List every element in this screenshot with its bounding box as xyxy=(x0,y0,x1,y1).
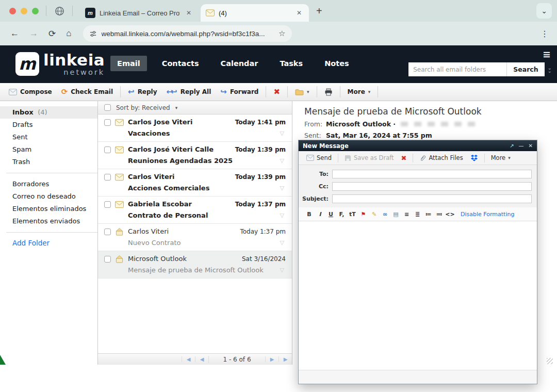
tab-close-icon[interactable]: ✕ xyxy=(184,8,193,18)
sidebar-item-inbox[interactable]: Inbox (4) xyxy=(0,106,97,119)
compose-titlebar[interactable]: New Message ↗ — ✕ xyxy=(299,140,537,151)
discard-button[interactable]: ✖ xyxy=(398,154,411,162)
flag-icon[interactable]: ▽ xyxy=(280,239,284,246)
list-item[interactable]: Carlos José Viteri CalleToday 1:39 pmReu… xyxy=(98,142,292,169)
dropbox-button[interactable] xyxy=(467,154,482,161)
sidebar-item-sent[interactable]: Sent xyxy=(0,131,97,143)
attach-files-button[interactable]: Attach Files xyxy=(416,154,466,161)
back-button[interactable]: ← xyxy=(10,28,19,39)
list-item[interactable]: Carlos ViteriToday 1:37 pmNuevo Contrato… xyxy=(98,224,292,251)
globe-icon[interactable] xyxy=(54,5,65,17)
new-tab-button[interactable]: + xyxy=(316,5,322,17)
site-settings-icon[interactable] xyxy=(89,30,97,38)
list-item[interactable]: Carlos Jose ViteriToday 1:41 pmVacacione… xyxy=(98,115,292,142)
row-checkbox[interactable] xyxy=(104,119,111,126)
flag-icon[interactable]: ▽ xyxy=(280,267,284,273)
delete-button[interactable]: ✖ xyxy=(269,87,285,96)
forward-button[interactable]: ↪ Forward xyxy=(216,88,263,96)
browser-tab-inbox[interactable]: (4) ✕ xyxy=(201,4,309,22)
check-email-button[interactable]: ⟳ Check Email xyxy=(57,87,118,96)
minimize-window-button[interactable] xyxy=(21,8,27,14)
font-family-icon[interactable]: F, xyxy=(336,211,347,218)
bookmark-star-icon[interactable]: ☆ xyxy=(278,29,285,38)
close-icon[interactable]: ✕ xyxy=(529,143,533,149)
sidebar-item-correo-no-deseado[interactable]: Correo no deseado xyxy=(0,190,97,203)
home-button[interactable]: ⌂ xyxy=(66,28,71,39)
sidebar-item-trash[interactable]: Trash xyxy=(0,156,97,168)
list-item[interactable]: Microsoft OutlookSat 3/16/2024Mensaje de… xyxy=(98,251,292,279)
search-input[interactable] xyxy=(408,62,506,76)
tab-notes[interactable]: Notes xyxy=(318,56,356,71)
compose-button[interactable]: Compose xyxy=(4,88,57,95)
browser-tab-linkeia[interactable]: m Linkeia Email – Correo Profes ✕ xyxy=(80,4,199,22)
link-icon[interactable]: ∞ xyxy=(380,211,390,218)
search-button[interactable]: Search xyxy=(506,62,544,76)
flag-icon[interactable]: ▽ xyxy=(280,157,284,164)
indent-icon[interactable]: ≣ xyxy=(412,211,423,218)
next-page-button[interactable]: ▶ xyxy=(265,356,278,362)
save-draft-button[interactable]: Save as Draft xyxy=(341,154,398,161)
sidebar-item-elementos-eliminados[interactable]: Elementos eliminados xyxy=(0,203,97,215)
flag-icon[interactable]: ▽ xyxy=(280,130,284,137)
to-field[interactable] xyxy=(332,170,532,178)
bold-icon[interactable]: B xyxy=(304,211,315,218)
row-checkbox[interactable] xyxy=(104,174,111,181)
first-page-button[interactable]: ◀ xyxy=(182,356,195,362)
sidebar-item-spam[interactable]: Spam xyxy=(0,143,97,156)
disable-formatting-link[interactable]: Disable Formatting xyxy=(461,211,514,218)
browser-menu-icon[interactable]: ⋮ xyxy=(540,29,549,39)
sort-label[interactable]: Sort by: Received xyxy=(116,104,170,111)
subject-field[interactable] xyxy=(332,194,532,203)
list-item[interactable]: Gabriela EscobarToday 1:37 pmContrato de… xyxy=(98,197,292,224)
reply-button[interactable]: ↩ Reply xyxy=(123,88,161,96)
row-checkbox[interactable] xyxy=(104,201,111,208)
row-checkbox[interactable] xyxy=(104,228,111,235)
sidebar-item-drafts[interactable]: Drafts xyxy=(0,119,97,131)
app-menu-icon[interactable]: ≡ xyxy=(543,48,551,60)
compose-more-button[interactable]: More ▾ xyxy=(487,154,514,161)
image-icon[interactable]: ▤ xyxy=(390,211,401,218)
add-folder-link[interactable]: Add Folder xyxy=(0,239,97,247)
forward-button[interactable]: → xyxy=(29,28,38,39)
tab-tasks[interactable]: Tasks xyxy=(273,56,309,71)
resize-handle[interactable] xyxy=(547,358,553,364)
minimize-icon[interactable]: — xyxy=(519,143,524,149)
flag-icon[interactable]: ▽ xyxy=(280,185,284,191)
italic-icon[interactable]: I xyxy=(315,211,325,218)
address-bar[interactable]: webmail.linkeia.com/a/webmail.php?wsid=b… xyxy=(83,25,292,42)
cc-field[interactable] xyxy=(332,182,532,191)
select-all-checkbox[interactable] xyxy=(104,104,111,111)
text-color-icon[interactable]: ⚑ xyxy=(358,211,369,218)
tab-email[interactable]: Email xyxy=(110,56,147,71)
search-options-icon[interactable]: ⌄⌄ xyxy=(548,67,552,73)
flag-icon[interactable]: ▽ xyxy=(280,212,284,219)
font-size-icon[interactable]: tT xyxy=(347,211,358,218)
sidebar-item-borradores[interactable]: Borradores xyxy=(0,178,97,190)
sidebar-item-elementos-enviados[interactable]: Elementos enviados xyxy=(0,215,97,227)
highlight-icon[interactable]: ✎ xyxy=(369,211,380,218)
tab-search-button[interactable]: ⌄ xyxy=(536,3,552,19)
reply-all-button[interactable]: ↩ ↩ Reply All xyxy=(162,88,216,96)
tab-close-icon[interactable]: ✕ xyxy=(294,8,304,18)
prev-page-button[interactable]: ◀ xyxy=(195,356,208,362)
message-body-area[interactable] xyxy=(299,221,537,370)
tab-contacts[interactable]: Contacts xyxy=(155,56,206,71)
list-item[interactable]: Carlos ViteriToday 1:39 pmAcciones Comer… xyxy=(98,169,292,197)
underline-icon[interactable]: U xyxy=(325,211,336,218)
move-to-folder-button[interactable]: ▾ xyxy=(290,89,314,95)
reload-button[interactable]: ⟳ xyxy=(48,28,56,39)
row-checkbox[interactable] xyxy=(104,146,111,153)
popout-icon[interactable]: ↗ xyxy=(510,143,514,149)
numbered-list-icon[interactable]: ≕ xyxy=(434,211,445,218)
align-left-icon[interactable]: ≡ xyxy=(401,211,412,218)
tab-calendar[interactable]: Calendar xyxy=(214,56,265,71)
print-button[interactable] xyxy=(320,88,337,96)
send-button[interactable]: Send xyxy=(303,154,335,161)
more-button[interactable]: More ▾ xyxy=(343,88,375,95)
row-checkbox[interactable] xyxy=(104,256,111,263)
bullet-list-icon[interactable]: ≔ xyxy=(423,211,434,218)
source-code-icon[interactable]: <> xyxy=(445,211,455,218)
zoom-window-button[interactable] xyxy=(32,8,39,14)
close-window-button[interactable] xyxy=(9,8,16,14)
last-page-button[interactable]: ▶ xyxy=(278,356,292,362)
